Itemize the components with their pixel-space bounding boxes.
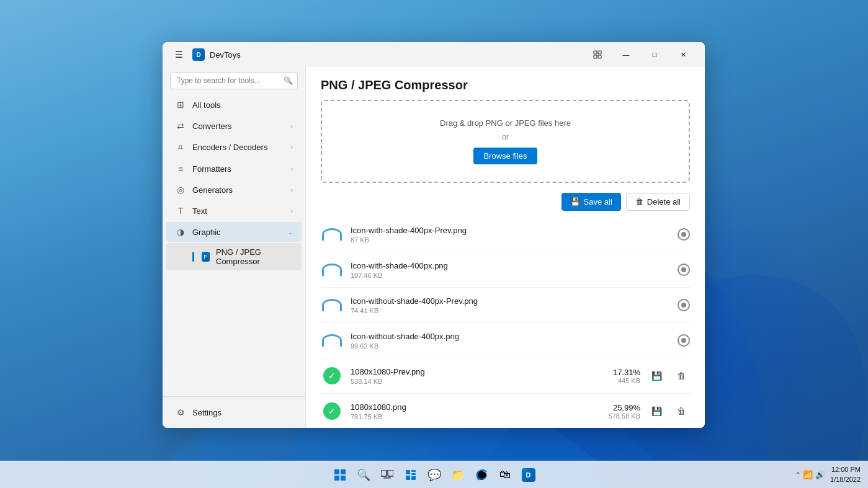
compression-percent: 17.31% bbox=[613, 368, 640, 377]
devtoys-taskbar-button[interactable]: D bbox=[519, 465, 539, 485]
sidebar-spacer bbox=[163, 271, 305, 396]
file-name: 1080x1080-Prev.png bbox=[351, 367, 606, 376]
snap-layout-button[interactable] bbox=[583, 42, 612, 67]
table-row: Icon-without-shade-400px.png 99.62 KB bbox=[321, 323, 690, 358]
sidebar-item-settings[interactable]: ⚙ Settings bbox=[166, 402, 302, 422]
graphic-label: Graphic bbox=[192, 228, 282, 237]
table-row: Icon-with-shade-400px.png 107.46 KB bbox=[321, 252, 690, 288]
task-view-button[interactable] bbox=[377, 465, 397, 485]
svg-rect-13 bbox=[381, 470, 387, 476]
time-display: 12:00 PM bbox=[830, 465, 861, 474]
sidebar-item-png-jpeg-compressor[interactable]: P PNG / JPEG Compressor bbox=[166, 243, 302, 270]
svg-rect-5 bbox=[594, 51, 597, 54]
search-box: 🔍 bbox=[170, 72, 298, 89]
text-chevron-icon: › bbox=[291, 208, 293, 215]
svg-rect-19 bbox=[411, 473, 416, 475]
save-file-button[interactable]: 💾 bbox=[648, 367, 665, 384]
svg-rect-9 bbox=[334, 469, 339, 474]
delete-file-button[interactable]: 🗑 bbox=[673, 402, 690, 420]
file-radio-button[interactable] bbox=[678, 299, 690, 311]
file-name: Icon-without-shade-400px-Prev.png bbox=[351, 296, 670, 306]
minimize-button[interactable]: — bbox=[612, 42, 640, 67]
content-header: PNG / JPEG Compressor bbox=[306, 67, 705, 100]
sidebar-item-encoders[interactable]: ⌗ Encoders / Decoders › bbox=[166, 137, 302, 157]
save-all-button[interactable]: 💾 Save all bbox=[562, 193, 621, 211]
close-button[interactable]: ✕ bbox=[669, 42, 697, 67]
chevron-up-icon[interactable]: ⌃ bbox=[795, 471, 800, 478]
file-explorer-button[interactable]: 📁 bbox=[448, 465, 468, 485]
edge-button[interactable] bbox=[472, 465, 491, 485]
file-radio-button[interactable] bbox=[678, 334, 690, 347]
start-button[interactable] bbox=[330, 465, 350, 485]
drop-zone-text: Drag & drop PNG or JPEG files here bbox=[334, 118, 676, 128]
save-file-button[interactable]: 💾 bbox=[648, 402, 665, 420]
file-radio-button[interactable] bbox=[678, 264, 690, 276]
compression-percent: 25.99% bbox=[609, 403, 640, 412]
taskbar: 🔍 💬 📁 🛍 bbox=[0, 461, 868, 488]
svg-rect-8 bbox=[598, 55, 601, 58]
hamburger-menu-button[interactable]: ☰ bbox=[170, 46, 187, 63]
table-row: ✓ 1080x1080-Prev.png 538.14 KB 17.31% 44… bbox=[321, 358, 690, 394]
loading-arc-icon bbox=[322, 334, 342, 347]
delete-all-button[interactable]: 🗑 Delete all bbox=[626, 193, 690, 211]
loading-arc-icon bbox=[322, 264, 342, 276]
drop-zone[interactable]: Drag & drop PNG or JPEG files here or Br… bbox=[321, 100, 690, 183]
search-taskbar-button[interactable]: 🔍 bbox=[354, 465, 374, 485]
delete-icon: 🗑 bbox=[635, 197, 643, 206]
success-check-icon: ✓ bbox=[323, 402, 341, 420]
svg-rect-14 bbox=[388, 470, 393, 476]
file-size: 99.62 KB bbox=[351, 342, 670, 350]
generators-icon: ◎ bbox=[175, 185, 186, 195]
all-tools-label: All tools bbox=[192, 100, 293, 110]
radio-inner bbox=[681, 232, 686, 237]
sidebar-item-text[interactable]: T Text › bbox=[166, 201, 302, 221]
formatters-chevron-icon: › bbox=[291, 166, 293, 172]
file-size: 87 KB bbox=[351, 236, 670, 244]
maximize-button[interactable]: □ bbox=[640, 42, 669, 67]
loading-arc-icon bbox=[322, 299, 342, 311]
file-size: 538.14 KB bbox=[351, 378, 606, 385]
store-button[interactable]: 🛍 bbox=[495, 465, 515, 485]
file-info: Icon-with-shade-400px-Prev.png 87 KB bbox=[351, 226, 670, 244]
file-status-icon bbox=[321, 223, 343, 246]
formatters-label: Formatters bbox=[192, 164, 285, 174]
drop-zone-or: or bbox=[334, 133, 676, 141]
converters-chevron-icon: › bbox=[291, 123, 293, 130]
delete-file-button[interactable]: 🗑 bbox=[673, 367, 690, 384]
file-compression-meta: 25.99% 578.58 KB 💾 🗑 bbox=[609, 402, 690, 420]
sidebar-item-all-tools[interactable]: ⊞ All tools bbox=[166, 95, 302, 115]
sidebar-item-converters[interactable]: ⇄ Converters › bbox=[166, 116, 302, 136]
sidebar-item-generators[interactable]: ◎ Generators › bbox=[166, 180, 302, 200]
compression-stats: 25.99% 578.58 KB bbox=[609, 403, 640, 420]
encoders-chevron-icon: › bbox=[291, 144, 293, 151]
clock[interactable]: 12:00 PM 1/18/2022 bbox=[830, 465, 861, 484]
devtoys-window: ☰ D DevToys — □ ✕ 🔍 bbox=[163, 42, 705, 428]
save-icon: 💾 bbox=[570, 197, 580, 206]
file-name: Icon-with-shade-400px-Prev.png bbox=[351, 226, 670, 235]
date-display: 1/18/2022 bbox=[830, 475, 861, 484]
converters-icon: ⇄ bbox=[175, 121, 186, 131]
widgets-button[interactable] bbox=[401, 465, 421, 485]
compressed-size: 445 KB bbox=[613, 377, 640, 384]
system-tray: ⌃ 📶 🔊 bbox=[795, 470, 825, 479]
all-tools-icon: ⊞ bbox=[175, 100, 186, 110]
table-row: Icon-without-shade-400px-Prev.png 74.41 … bbox=[321, 288, 690, 323]
text-label: Text bbox=[192, 206, 285, 216]
active-indicator bbox=[192, 252, 194, 262]
file-name: Icon-with-shade-400px.png bbox=[351, 261, 670, 270]
file-compression-meta: 17.31% 445 KB 💾 🗑 bbox=[613, 367, 690, 384]
encoders-icon: ⌗ bbox=[175, 142, 186, 153]
settings-icon: ⚙ bbox=[175, 407, 186, 417]
save-all-label: Save all bbox=[584, 197, 612, 206]
browse-files-button[interactable]: Browse files bbox=[473, 148, 537, 164]
chat-button[interactable]: 💬 bbox=[424, 465, 444, 485]
radio-inner bbox=[681, 303, 686, 308]
sidebar-item-formatters[interactable]: ≡ Formatters › bbox=[166, 159, 302, 179]
formatters-icon: ≡ bbox=[175, 164, 186, 174]
svg-rect-17 bbox=[411, 470, 416, 472]
file-radio-button[interactable] bbox=[678, 228, 690, 241]
search-input[interactable] bbox=[170, 72, 298, 89]
file-status-icon: ✓ bbox=[321, 400, 343, 422]
sidebar-item-graphic[interactable]: ◑ Graphic ⌄ bbox=[166, 222, 302, 242]
radio-inner bbox=[681, 267, 686, 272]
